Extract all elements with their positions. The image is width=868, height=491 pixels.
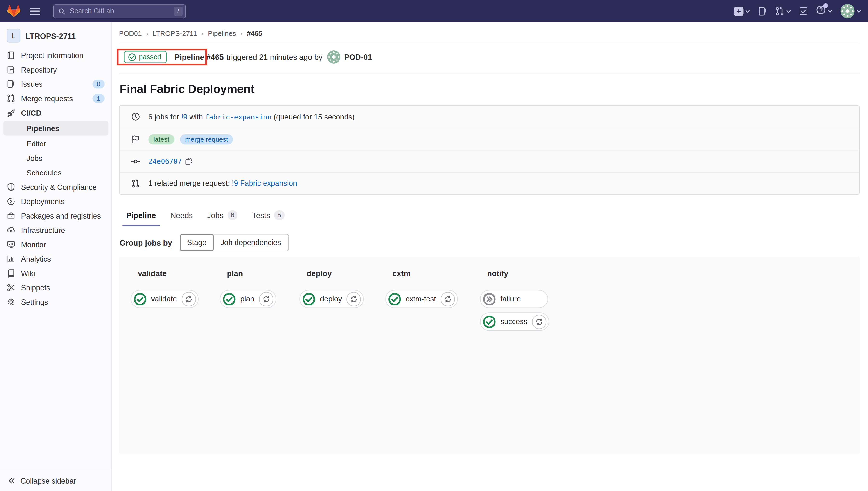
monitor-icon	[7, 240, 16, 249]
triggering-user-avatar[interactable]	[327, 50, 340, 64]
job-validate[interactable]: validate	[131, 290, 198, 308]
sidebar-item-repository[interactable]: Repository	[0, 62, 111, 77]
stage-column-validate: validate validate	[131, 269, 198, 308]
sidebar-item-deployments[interactable]: Deployments	[0, 194, 111, 209]
status-success-icon	[388, 292, 401, 306]
job-plan[interactable]: plan	[220, 290, 276, 308]
retry-icon	[535, 318, 543, 325]
stage-column-cxtm: cxtm cxtm-test	[385, 269, 458, 308]
sidebar-item-monitor[interactable]: Monitor	[0, 237, 111, 252]
job-deploy[interactable]: deploy	[299, 290, 363, 308]
tab-jobs[interactable]: Jobs 6	[200, 205, 245, 226]
sidebar-item-infrastructure[interactable]: Infrastructure	[0, 223, 111, 237]
tab-pipeline[interactable]: Pipeline	[119, 205, 163, 226]
sidebar-item-snippets[interactable]: Snippets	[0, 281, 111, 295]
search-shortcut-key: /	[174, 6, 183, 16]
breadcrumb-pipelines[interactable]: Pipelines	[208, 30, 236, 37]
sidebar-item-pipelines[interactable]: Pipelines	[3, 121, 109, 136]
sidebar-item-merge-requests[interactable]: Merge requests 1	[0, 91, 111, 106]
search-input[interactable]	[69, 7, 170, 16]
repository-icon	[7, 65, 16, 74]
shield-icon	[7, 183, 16, 192]
related-mr-link[interactable]: !9 Fabric expansion	[232, 179, 297, 187]
user-menu-button[interactable]	[840, 4, 861, 18]
sidebar-item-security-compliance[interactable]: Security & Compliance	[0, 180, 111, 194]
snippets-icon	[7, 283, 16, 292]
retry-job-button[interactable]	[440, 292, 455, 306]
retry-icon	[444, 295, 452, 303]
tests-count-badge: 5	[274, 210, 284, 220]
retry-job-button[interactable]	[181, 292, 196, 306]
wiki-icon	[7, 269, 16, 278]
merge-requests-shortcut-button[interactable]	[775, 6, 791, 16]
sidebar-item-settings[interactable]: Settings	[0, 295, 111, 309]
issues-count-badge: 0	[92, 80, 105, 89]
plus-icon: +	[734, 6, 743, 16]
retry-job-button[interactable]	[347, 292, 361, 306]
triggering-user-name[interactable]: POD-01	[344, 53, 372, 61]
pipeline-graph: validate validate plan	[119, 257, 860, 454]
merge-requests-count-badge: 1	[92, 94, 105, 103]
sidebar-item-analytics[interactable]: Analytics	[0, 252, 111, 266]
retry-job-button[interactable]	[259, 292, 273, 306]
job-failure[interactable]: failure	[480, 290, 548, 308]
commit-sha-link[interactable]: 24e06707	[148, 157, 182, 165]
mr-ref-link[interactable]: !9	[181, 113, 187, 121]
job-cxtm-test[interactable]: cxtm-test	[385, 290, 458, 308]
status-skipped-icon	[483, 292, 496, 306]
sidebar-item-issues[interactable]: Issues 0	[0, 77, 111, 91]
retry-job-button[interactable]	[532, 314, 546, 329]
issues-icon	[7, 80, 16, 89]
sidebar-item-packages[interactable]: Packages and registries	[0, 209, 111, 223]
collapse-sidebar-button[interactable]: Collapse sidebar	[0, 469, 111, 491]
todos-button[interactable]	[799, 6, 808, 16]
retry-icon	[185, 295, 192, 303]
hamburger-menu-icon[interactable]	[27, 4, 43, 18]
tab-needs[interactable]: Needs	[163, 205, 200, 226]
merge-requests-shortcut-icon	[775, 6, 784, 16]
stage-column-notify: notify failure success	[480, 269, 549, 331]
job-success[interactable]: success	[480, 313, 549, 331]
clock-icon	[131, 112, 140, 121]
gitlab-logo-icon[interactable]	[7, 4, 21, 18]
triggered-text: triggered 21 minutes ago by	[226, 53, 322, 61]
breadcrumb-group[interactable]: POD01	[119, 30, 142, 37]
sidebar-item-jobs[interactable]: Jobs	[0, 151, 111, 166]
breadcrumb-project[interactable]: LTROPS-2711	[153, 30, 197, 37]
project-information-icon	[7, 51, 16, 60]
branch-link[interactable]: fabric-expansion	[205, 113, 271, 121]
status-success-icon	[483, 315, 496, 328]
main-content: POD01 › LTROPS-2711 › Pipelines › #465 p…	[112, 22, 868, 491]
status-success-icon	[133, 292, 146, 306]
settings-gear-icon	[7, 297, 16, 307]
copy-commit-sha-button[interactable]	[185, 157, 193, 165]
new-menu-button[interactable]: +	[734, 6, 750, 16]
sidebar-item-cicd[interactable]: CI/CD	[0, 106, 111, 120]
chevron-down-icon	[828, 9, 833, 14]
commit-icon	[131, 157, 140, 166]
group-jobs-toggle: Stage Job dependencies	[180, 234, 289, 251]
left-sidebar: L LTROPS-2711 Project information Reposi…	[0, 22, 112, 491]
analytics-icon	[7, 254, 16, 263]
sidebar-item-schedules[interactable]: Schedules	[0, 165, 111, 180]
search-box[interactable]: /	[53, 4, 186, 18]
pipeline-status-row: passed Pipeline #465 triggered 21 minute…	[119, 44, 860, 70]
tab-tests[interactable]: Tests 5	[245, 205, 292, 226]
notification-dot	[823, 3, 828, 8]
group-by-stage-button[interactable]: Stage	[180, 234, 214, 251]
related-mr-row: 1 related merge request: !9 Fabric expan…	[119, 172, 859, 194]
status-badge: passed	[124, 51, 167, 63]
sidebar-item-project-information[interactable]: Project information	[0, 48, 111, 63]
group-jobs-row: Group jobs by Stage Job dependencies	[119, 234, 860, 251]
sidebar-project-header[interactable]: L LTROPS-2711	[0, 26, 111, 48]
pipeline-labels-row: latest merge request	[119, 128, 859, 150]
help-menu-button[interactable]	[816, 5, 833, 17]
stage-column-deploy: deploy deploy	[299, 269, 363, 308]
sidebar-item-editor[interactable]: Editor	[0, 137, 111, 151]
sidebar-item-wiki[interactable]: Wiki	[0, 266, 111, 281]
pipeline-tabs: Pipeline Needs Jobs 6 Tests 5	[119, 205, 860, 226]
group-by-dependencies-button[interactable]: Job dependencies	[213, 234, 288, 251]
infrastructure-icon	[7, 226, 16, 235]
deployments-icon	[7, 197, 16, 206]
issues-shortcut-button[interactable]	[758, 6, 767, 16]
